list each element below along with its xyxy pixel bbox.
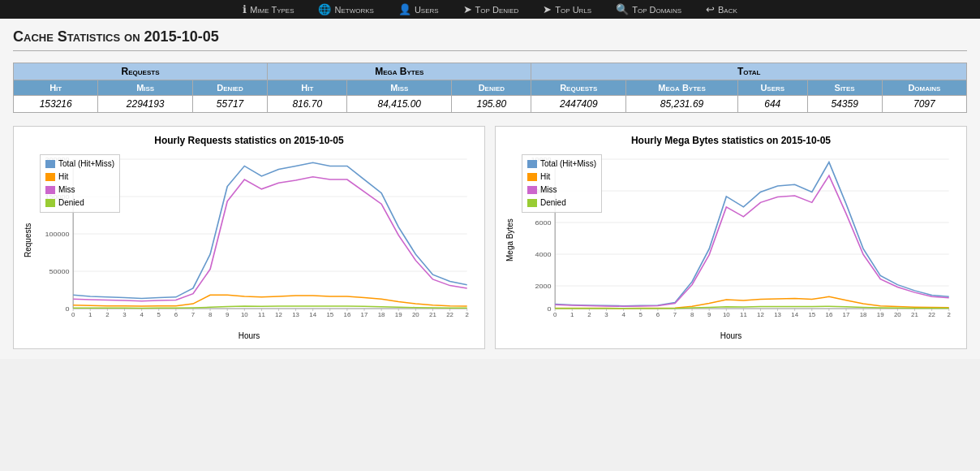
col-mb-hit: Hit xyxy=(268,80,347,96)
svg-text:7: 7 xyxy=(191,311,195,318)
back-icon: ↩ xyxy=(706,3,715,15)
svg-text:16: 16 xyxy=(826,311,833,318)
chart1-area: 200000 150000 100000 50000 0 01234567891… xyxy=(37,151,476,330)
chart2-legend: Total (Hit+Miss) Hit Miss Denied xyxy=(522,154,602,213)
col-total-sites: Sites xyxy=(807,80,882,96)
legend-hit: Hit xyxy=(45,171,114,184)
legend2-miss: Miss xyxy=(527,184,596,197)
legend-total-color xyxy=(45,160,55,168)
col-mb-miss: Miss xyxy=(347,80,452,96)
page-title: Cache Statistics on 2015-10-05 xyxy=(13,28,967,45)
cell-mb-hit: 816.70 xyxy=(268,96,347,113)
legend2-hit: Hit xyxy=(527,171,596,184)
col-mb-denied: Denied xyxy=(452,80,531,96)
svg-text:8: 8 xyxy=(690,311,694,318)
svg-text:11: 11 xyxy=(258,311,265,318)
cell-mb-denied: 195.80 xyxy=(452,96,531,113)
legend2-total: Total (Hit+Miss) xyxy=(527,158,596,171)
legend2-total-color xyxy=(527,160,537,168)
svg-text:5: 5 xyxy=(639,311,643,318)
chart1-xlabel: Hours xyxy=(22,331,476,340)
legend-miss: Miss xyxy=(45,184,114,197)
svg-text:6: 6 xyxy=(656,311,660,318)
svg-text:17: 17 xyxy=(843,311,850,318)
top-navigation: ℹ Mime Types 🌐 Networks 👤 Users ➤ Top De… xyxy=(0,0,980,19)
chart2-inner: Mega Bytes 10000 8000 6000 4 xyxy=(504,151,958,330)
svg-text:0: 0 xyxy=(71,311,75,318)
svg-text:1: 1 xyxy=(88,311,92,318)
data-row: 153216 2294193 55717 816.70 84,415.00 19… xyxy=(14,96,967,113)
hourly-megabytes-chart: Hourly Mega Bytes statistics on 2015-10-… xyxy=(495,126,967,349)
hourly-requests-chart: Hourly Requests statistics on 2015-10-05… xyxy=(13,126,485,349)
svg-text:18: 18 xyxy=(860,311,867,318)
svg-text:8: 8 xyxy=(208,311,212,318)
svg-text:21: 21 xyxy=(429,311,436,318)
col-total-domains: Domains xyxy=(882,80,966,96)
nav-top-denied[interactable]: ➤ Top Denied xyxy=(463,3,519,15)
legend-denied: Denied xyxy=(45,197,114,210)
search-icon: 🔍 xyxy=(616,3,629,15)
col-req-miss: Miss xyxy=(98,80,193,96)
svg-text:7: 7 xyxy=(673,311,677,318)
svg-text:50000: 50000 xyxy=(49,267,70,274)
svg-text:10: 10 xyxy=(723,311,730,318)
svg-text:2: 2 xyxy=(587,311,591,318)
legend2-denied-color xyxy=(527,199,537,207)
svg-text:2: 2 xyxy=(948,311,951,318)
chart2-ylabel: Mega Bytes xyxy=(504,151,518,330)
col-total-users: Users xyxy=(738,80,808,96)
svg-text:3: 3 xyxy=(122,311,126,318)
chart1-ylabel: Requests xyxy=(22,151,37,330)
svg-text:10: 10 xyxy=(241,311,248,318)
cell-total-sites: 54359 xyxy=(807,96,882,113)
arrow-icon-urls: ➤ xyxy=(543,3,552,15)
svg-text:22: 22 xyxy=(928,311,935,318)
svg-text:15: 15 xyxy=(326,311,333,318)
svg-text:20: 20 xyxy=(894,311,901,318)
svg-text:12: 12 xyxy=(757,311,764,318)
title-divider xyxy=(13,50,967,51)
svg-text:4000: 4000 xyxy=(535,250,552,257)
svg-text:22: 22 xyxy=(446,311,453,318)
svg-text:19: 19 xyxy=(877,311,884,318)
nav-back[interactable]: ↩ Back xyxy=(706,3,737,15)
cell-req-hit: 153216 xyxy=(14,96,98,113)
svg-text:4: 4 xyxy=(621,311,625,318)
svg-text:9: 9 xyxy=(707,311,711,318)
svg-text:4: 4 xyxy=(140,311,143,318)
col-req-hit: Hit xyxy=(14,80,98,96)
chart2-xlabel: Hours xyxy=(504,331,958,340)
svg-text:15: 15 xyxy=(808,311,815,318)
nav-mime-types[interactable]: ℹ Mime Types xyxy=(243,3,294,15)
svg-text:2: 2 xyxy=(105,311,109,318)
cell-req-denied: 55717 xyxy=(192,96,267,113)
svg-text:9: 9 xyxy=(226,311,229,318)
info-icon: ℹ xyxy=(243,3,247,15)
chart2-title: Hourly Mega Bytes statistics on 2015-10-… xyxy=(504,135,958,146)
legend-miss-color xyxy=(45,186,55,194)
nav-users[interactable]: 👤 Users xyxy=(398,3,439,15)
svg-text:21: 21 xyxy=(911,311,918,318)
col-req-denied: Denied xyxy=(192,80,267,96)
svg-text:1: 1 xyxy=(570,311,574,318)
main-content: Cache Statistics on 2015-10-05 Requests … xyxy=(0,19,980,359)
nav-networks[interactable]: 🌐 Networks xyxy=(318,3,373,15)
cell-total-users: 644 xyxy=(738,96,808,113)
svg-text:100000: 100000 xyxy=(45,230,70,237)
col-total-requests: Requests xyxy=(531,80,626,96)
svg-text:0: 0 xyxy=(553,311,557,318)
user-icon: 👤 xyxy=(398,3,411,15)
chart1-title: Hourly Requests statistics on 2015-10-05 xyxy=(22,135,476,146)
cell-req-miss: 2294193 xyxy=(98,96,193,113)
svg-text:2: 2 xyxy=(466,311,469,318)
chart1-legend: Total (Hit+Miss) Hit Miss Denied xyxy=(40,154,120,213)
chart1-inner: Requests 200000 150000 100000 50000 xyxy=(22,151,476,330)
nav-top-urls[interactable]: ➤ Top Urls xyxy=(543,3,591,15)
svg-text:2000: 2000 xyxy=(535,282,552,289)
legend-hit-color xyxy=(45,173,55,181)
nav-top-domains[interactable]: 🔍 Top Domains xyxy=(616,3,681,15)
stats-table: Requests Mega Bytes Total Hit Miss Denie… xyxy=(13,63,967,113)
col-total-megabytes: Mega Bytes xyxy=(626,80,738,96)
chart2-area: 10000 8000 6000 4000 2000 0 012345678910… xyxy=(518,151,958,330)
svg-text:0: 0 xyxy=(548,305,552,312)
